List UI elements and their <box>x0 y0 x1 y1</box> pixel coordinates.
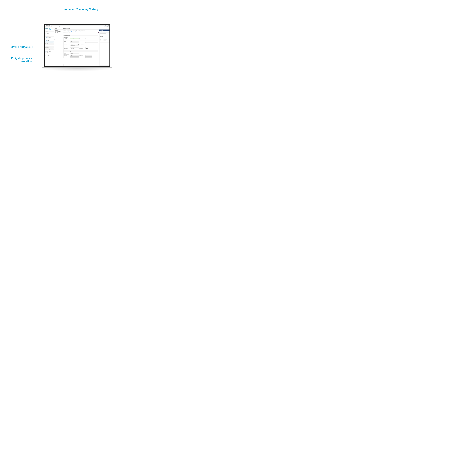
chevron-down-icon: ˅ <box>98 51 98 51</box>
bankkonto-select[interactable] <box>87 44 94 45</box>
chevron-up-icon: ˄ <box>53 36 53 36</box>
kreditor-input[interactable] <box>58 28 62 29</box>
chevron-down-icon: ˅ <box>98 35 98 36</box>
kreditorname-input: Hamburger Möbelgroßhandel GmbH <box>85 42 98 43</box>
kreditornr-input: 10000 <box>70 42 79 43</box>
sidebar-item-capture[interactable]: ▤ Capture <box>45 40 54 41</box>
download-icon[interactable]: ⬇ <box>107 32 107 32</box>
barcode-input: 1654651300027 <box>70 45 79 46</box>
list-icon: ☰ <box>46 39 47 39</box>
list-item[interactable]: Hamburger Möbelgroßhandel G... 08.06.202… <box>55 30 62 34</box>
sidebar: metasonic One Suche ☰ Webcast ☰ Dashboar… <box>45 27 54 66</box>
entscheidung-box: Entscheidung Entscheidung Genehmigt Komm… <box>63 37 99 40</box>
bestellung-box: Bestellnummer (intern) 106028 Bestellung… <box>63 52 99 58</box>
chevron-down-icon: ˅ <box>53 47 53 48</box>
bestellnummer-input[interactable]: 106028 <box>85 48 92 49</box>
workflow-breadcrumb: ⇄ Rechnungsfreigabe → 👤 Buchhaltung → ✔ … <box>63 31 99 32</box>
next-button[interactable]: Weiter <box>81 64 99 66</box>
action-studie-anlegen[interactable]: ▤ Studie anlegen <box>45 51 54 52</box>
document-icon: ▤ <box>46 54 46 54</box>
detail-title: Rechnung M1675 vom 08.06.2022 (Hamburger… <box>63 30 99 31</box>
sidebar-group-vertrag[interactable]: Vetragsmanagement ˅ <box>45 44 54 45</box>
laptop-mockup: metasonic One × + ⌄ — ▢ × ← → ⟳ <box>44 24 112 69</box>
pin-icon[interactable]: 📌 <box>98 32 99 33</box>
sachbearbeiter-input <box>85 55 92 56</box>
badge-count: 1 <box>52 42 53 42</box>
abgezeichnet-input <box>85 56 92 58</box>
browser-forward-icon[interactable]: → <box>47 26 47 27</box>
label-sortierung: Sortierung: <box>63 28 66 29</box>
zoom-in-icon[interactable]: + <box>103 32 103 32</box>
window-dropdown-icon[interactable]: ⌄ <box>103 25 104 26</box>
sidebar-group-buchhaltung[interactable]: Buchhaltung ˄ <box>45 36 54 37</box>
bruttobetrag-input: 273,70 <box>70 55 79 56</box>
chevron-down-icon: ˅ <box>53 44 53 45</box>
document-icon: ▤ <box>46 55 46 55</box>
bestellnummer-intern-input: 106028 <box>70 53 79 54</box>
brand-logo: metasonic One <box>45 28 54 30</box>
browser-back-icon[interactable]: ← <box>45 26 46 27</box>
window-minimize-icon[interactable]: — <box>105 25 106 26</box>
sidebar-search[interactable]: Suche <box>45 31 54 32</box>
hint-text: Bitte Rechnung prüfen. Ist die Rechnung … <box>63 32 99 34</box>
sidebar-group-kundenanliegen[interactable]: Kundenanliegen ˅ <box>45 49 54 50</box>
sidebar-item-rechnungen[interactable]: ▤ Rechnungen 1 <box>45 41 54 43</box>
close-tab-icon[interactable]: × <box>51 25 51 26</box>
workflow-icon: ⇄ <box>63 31 64 32</box>
header-bar: Kreditor: Sortierung: Belegdatum ▴ ↓ ⇄ 👤 <box>54 27 109 30</box>
document-icon: ▤ <box>46 52 46 53</box>
form-actions: Zwischenspeichern Weiter <box>63 64 99 66</box>
kommentar-input[interactable] <box>85 38 92 39</box>
sidebar-item-dashboard[interactable]: ☰ Dashboard <box>45 34 54 35</box>
callout-open-tasks: Offene Aufgaben <box>6 46 32 49</box>
menu-icon[interactable]: ⋮ <box>108 26 109 27</box>
sidebar-item-webcast[interactable]: ☰ Webcast <box>45 33 54 34</box>
kostenstelle-select[interactable]: 201 - DMS VT und Entwicklung <box>70 44 81 45</box>
callout-workflow: Freigabeprozess/ Workflow <box>5 57 32 63</box>
save-button[interactable]: Zwischenspeichern <box>63 64 81 66</box>
sidebar-item-prozessstapel[interactable]: ☰ Prozessstapelverarbeitung <box>45 38 54 40</box>
section-rechnungsfreigabe[interactable]: Rechnungsfreigabe ˅ <box>63 35 99 36</box>
profile-icon[interactable]: ◯ <box>107 26 108 27</box>
window-maximize-icon[interactable]: ▢ <box>107 25 107 26</box>
browser-tab[interactable]: metasonic One × <box>45 25 51 26</box>
browser-chrome: metasonic One × + ⌄ — ▢ × ← → ⟳ <box>45 25 109 27</box>
faellig-input[interactable]: 10.06.2022 <box>70 48 79 49</box>
window-close-icon[interactable]: × <box>108 25 109 26</box>
new-tab-button[interactable]: + <box>52 25 52 26</box>
sidebar-item-buchhaltung[interactable]: ☰ Buchhaltung <box>45 37 54 38</box>
browser-reload-icon[interactable]: ⟳ <box>48 26 48 27</box>
entscheidung-select[interactable]: Genehmigt <box>70 38 79 39</box>
action-hidden[interactable]: ▤ <box>45 53 54 54</box>
person-icon: 👤 <box>71 31 72 32</box>
document-icon: ▤ <box>46 42 47 42</box>
preview-toolbar: ◂ ▸ | − + | ⟲ ⤢ ⬇ <box>99 31 109 32</box>
document-icon: ▤ <box>46 51 46 52</box>
section-bestellung[interactable]: Zugehörige Bestellung ˅ <box>63 50 99 52</box>
list-icon: ☰ <box>46 37 47 38</box>
belegdatum-input[interactable]: 08.06.2022 <box>85 47 92 48</box>
preview-pane: Vorschau ◂ ▸ | − + | <box>99 30 109 66</box>
rotate-icon[interactable]: ⟲ <box>105 32 105 32</box>
page-nav-icon[interactable]: ◂ <box>100 32 100 32</box>
preview-document: ▬▬▬▬▬▬ ▬▬▬▬ ▬▬▬▬▬ ▬▬▬▬▬▬▬▬▬ ▬▬▬▬▬ ▬▬▬▬▬▬… <box>100 33 109 65</box>
address-bar[interactable]: ⓘ localhost/inboxes/rechnungen/11113 <box>49 26 104 27</box>
sidebar-group-bauakte[interactable]: Bauakte ˅ <box>45 46 54 47</box>
action-archivieren[interactable]: ▤ Archivieren <box>45 52 54 53</box>
document-icon: ▤ <box>46 40 47 41</box>
mandant-input: 1000 <box>70 41 79 42</box>
page-nav-icon[interactable]: ▸ <box>101 32 101 32</box>
sortierung-select[interactable]: Belegdatum ▴ <box>66 28 70 29</box>
fit-icon[interactable]: ⤢ <box>106 32 106 32</box>
callout-preview: Vorschau Rechnung/Vertrag <box>46 8 98 11</box>
list-icon: ☰ <box>46 34 46 35</box>
label-kreditor: Kreditor: <box>55 28 57 29</box>
sidebar-group-posteingang[interactable]: Posteingang ˅ <box>45 47 54 48</box>
bookmark-icon[interactable]: ☆ <box>104 26 105 27</box>
extension-icon[interactable]: ◫ <box>106 26 106 27</box>
action-vertrag-erstellen[interactable]: ▤ Vertrag erstellen <box>45 54 54 56</box>
sidebar-group-personal[interactable]: Personal ˅ <box>45 43 54 44</box>
zoom-out-icon[interactable]: − <box>102 32 102 32</box>
info-icon: ⓘ <box>49 26 50 27</box>
invoice-fields: Mandant 1000 Kreditorennummer 10000 Kred… <box>63 40 99 50</box>
